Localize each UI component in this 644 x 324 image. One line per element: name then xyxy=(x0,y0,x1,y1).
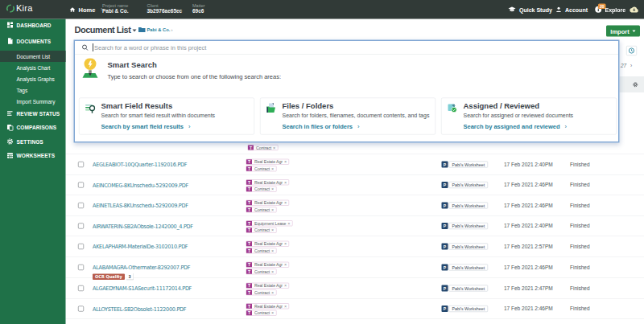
tag-pill[interactable]: T Contract × xyxy=(246,166,277,171)
tag-remove-icon[interactable]: × xyxy=(284,241,289,246)
sidebar-item-document-list[interactable]: Document List xyxy=(0,51,66,62)
worksheet-badge[interactable]: P Pabi's Worksheet xyxy=(442,285,489,292)
worksheet-badge[interactable]: P Pabi's Worksheet xyxy=(442,223,489,229)
sidebar-item-review-status[interactable]: REVIEW STATUS xyxy=(0,108,66,119)
tag-pill[interactable]: T Contract × xyxy=(248,145,279,150)
tag-pill[interactable]: T Real Estate Agr × xyxy=(246,283,290,289)
import-date: 17 Feb 2021 2:46PM xyxy=(504,182,553,188)
tag-remove-icon[interactable]: × xyxy=(284,304,289,309)
sidebar-item-dashboard[interactable]: DASHBOARD xyxy=(0,19,66,31)
table-row[interactable]: AEINCOMEG-8KUnschedu-5292009.PDF T Real … xyxy=(66,175,644,196)
title-caret-icon[interactable] xyxy=(133,30,137,32)
tag-remove-icon[interactable]: × xyxy=(271,228,276,232)
tag-pill[interactable]: T Real Estate Agr × xyxy=(246,179,290,185)
sidebar-item-import-summary[interactable]: Import Summary xyxy=(0,96,66,107)
tag-remove-icon[interactable]: × xyxy=(284,159,289,164)
row-checkbox[interactable] xyxy=(78,203,84,208)
tag-remove-icon[interactable]: × xyxy=(271,166,276,171)
tag-remove-icon[interactable]: × xyxy=(271,207,276,212)
row-checkbox[interactable] xyxy=(78,265,84,270)
tag-pill[interactable]: T Contract × xyxy=(246,228,277,233)
table-row[interactable]: ALLOYSTEEL-SB2Obsolet-1122000.PDF T Real… xyxy=(66,299,644,320)
search-by-assigned-link[interactable]: Search by assigned and reviewed› xyxy=(464,123,568,130)
sidebar-item-worksheets[interactable]: WORKSHEETS xyxy=(0,150,66,162)
document-link[interactable]: ALABAMAGRA-Othermater-8292007.PDF xyxy=(93,265,190,271)
row-checkbox[interactable] xyxy=(78,162,84,167)
document-link[interactable]: ALGAEDYNAM-S1ASecurit-11172014.PDF xyxy=(93,285,192,292)
search-by-smart-field-link[interactable]: Search by smart field results› xyxy=(101,123,191,130)
table-row[interactable]: AEINETLEAS-8KUnschedu-5292009.PDF T Real… xyxy=(66,195,644,216)
tag-pill[interactable]: T Real Estate Agr × xyxy=(246,159,290,165)
document-link[interactable]: AEINCOMEG-8KUnschedu-5292009.PDF xyxy=(93,183,188,189)
breadcrumb-project[interactable]: Pabi & Co. xyxy=(147,27,171,32)
pagination-next[interactable]: › xyxy=(630,63,632,69)
sidebar-item-comparisons[interactable]: COMPARISONS xyxy=(0,122,66,133)
column-settings-gear-icon[interactable] xyxy=(633,82,639,88)
pagination-page[interactable]: 27 xyxy=(621,63,626,69)
row-checkbox[interactable] xyxy=(78,224,84,229)
worksheet-label: Pabi's Worksheet xyxy=(449,265,489,271)
tag-remove-icon[interactable]: × xyxy=(271,269,276,274)
sidebar-item-documents[interactable]: DOCUMENTS xyxy=(0,35,66,47)
import-button[interactable]: Import xyxy=(606,26,640,37)
app: Kira Home › Project name Pabi & Co. Clie… xyxy=(0,0,644,324)
row-checkbox[interactable] xyxy=(78,306,84,312)
document-link[interactable]: AKELAPHARM-MaterialDe-3102010.PDF xyxy=(93,244,188,250)
tag-label: Real Estate Agr xyxy=(252,159,284,164)
tag-pill[interactable]: T Contract × xyxy=(246,187,277,192)
sidebar-item-analysis-graphs[interactable]: Analysis Graphs xyxy=(0,73,66,84)
tag-remove-icon[interactable]: × xyxy=(271,290,276,295)
tag-pill[interactable]: T Equipment Lease × xyxy=(246,220,293,226)
table-row[interactable]: AEGLEABIOT-10QQuarter-1192016.PDF T Real… xyxy=(66,154,644,175)
smart-field-results-card[interactable]: Smart Field Results Search for smart fie… xyxy=(79,98,254,135)
tag-remove-icon[interactable]: × xyxy=(271,248,276,253)
status-label: Finished xyxy=(570,162,590,168)
files-folders-card[interactable]: Files / Folders Search for folders, file… xyxy=(260,98,436,135)
tag-pill[interactable]: T Contract × xyxy=(246,207,277,212)
tag-remove-icon[interactable]: × xyxy=(284,200,289,205)
assigned-reviewed-card[interactable]: Assigned / Reviewed Search for assigned … xyxy=(441,98,617,135)
worksheet-badge[interactable]: P Pabi's Worksheet xyxy=(442,182,489,188)
document-link[interactable]: AEINETLEAS-8KUnschedu-5292009.PDF xyxy=(93,203,188,209)
table-row[interactable]: ALGAEDYNAM-S1ASecurit-11172014.PDF T Rea… xyxy=(66,278,644,299)
tag-remove-icon[interactable]: × xyxy=(287,221,292,226)
tag-pill[interactable]: T Real Estate Agr × xyxy=(246,200,290,206)
sidebar-item-analysis-chart[interactable]: Analysis Chart xyxy=(0,62,66,73)
tag-pill[interactable]: T Contract × xyxy=(246,248,277,253)
document-link[interactable]: AIRWATERIN-SB2AObsole-1242000_4.PDF xyxy=(93,224,193,230)
row-checkbox[interactable] xyxy=(78,244,84,249)
search-in-files-link[interactable]: Search in files or folders› xyxy=(283,123,360,130)
document-link[interactable]: AEGLEABIOT-10QQuarter-1192016.PDF xyxy=(93,162,187,168)
tag-remove-icon[interactable]: × xyxy=(271,310,276,315)
table-row[interactable]: AKELAPHARM-MaterialDe-3102010.PDF T Real… xyxy=(66,236,644,257)
quick-study-button[interactable]: Quick Study xyxy=(508,0,552,19)
row-checkbox[interactable] xyxy=(78,183,84,188)
worksheet-badge[interactable]: P Pabi's Worksheet xyxy=(442,265,489,271)
table-row[interactable]: ALABAMAGRA-Othermater-8292007.PDF OCR Qu… xyxy=(66,257,644,279)
tag-remove-icon[interactable]: × xyxy=(284,283,289,288)
tag-pill[interactable]: T Real Estate Agr × xyxy=(246,262,290,268)
account-button[interactable]: Account xyxy=(555,0,588,19)
tag-pill[interactable]: T Contract × xyxy=(246,269,277,274)
row-checkbox[interactable] xyxy=(78,285,84,291)
worksheet-badge[interactable]: P Pabi's Worksheet xyxy=(442,203,489,209)
worksheets-icon xyxy=(6,152,14,159)
worksheet-badge[interactable]: P Pabi's Worksheet xyxy=(442,306,489,312)
sidebar-item-settings[interactable]: SETTINGS xyxy=(0,136,66,147)
cloud-sync-button[interactable] xyxy=(629,0,642,19)
tag-pill[interactable]: T Real Estate Agr × xyxy=(246,241,290,247)
worksheet-badge[interactable]: P Pabi's Worksheet xyxy=(442,162,489,168)
search-input[interactable]: Search for a word or phrase in this proj… xyxy=(75,41,618,55)
sidebar-item-tags[interactable]: Tags xyxy=(0,84,66,96)
tag-remove-icon[interactable]: × xyxy=(271,187,276,191)
document-link[interactable]: ALLOYSTEEL-SB2Obsolet-1122000.PDF xyxy=(93,306,186,313)
tag-pill[interactable]: T Contract × xyxy=(246,289,277,295)
tag-remove-icon[interactable]: × xyxy=(273,146,278,150)
tag-remove-icon[interactable]: × xyxy=(284,180,289,185)
tag-pill[interactable]: T Contract × xyxy=(246,310,277,316)
table-row[interactable]: AIRWATERIN-SB2AObsole-1242000_4.PDF T Eq… xyxy=(66,216,644,237)
search-history-button[interactable] xyxy=(626,46,637,55)
worksheet-badge[interactable]: P Pabi's Worksheet xyxy=(442,244,489,250)
tag-pill[interactable]: T Real Estate Agr × xyxy=(246,303,290,309)
tag-remove-icon[interactable]: × xyxy=(284,262,289,267)
